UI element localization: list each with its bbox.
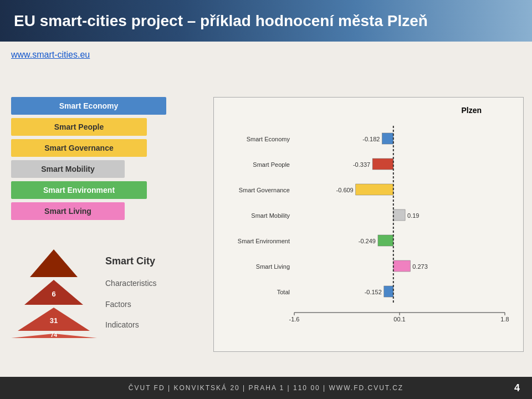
svg-text:74: 74	[50, 331, 58, 338]
chart-title: Plzen	[222, 106, 515, 115]
svg-text:Total: Total	[277, 289, 290, 295]
svg-text:-1.6: -1.6	[289, 316, 300, 323]
svg-rect-23	[393, 260, 411, 272]
cat-bar-economy: Smart Economy	[11, 97, 166, 115]
chart-area: Plzen Smart Economy-0.182Smart People-0.…	[213, 97, 524, 352]
svg-text:00.1: 00.1	[393, 316, 405, 323]
svg-rect-14	[356, 184, 393, 195]
svg-text:-0.337: -0.337	[353, 161, 370, 168]
pyramid-label-smartcity: Smart City	[105, 255, 157, 267]
main-content: www.smart-cities.eu Smart EconomySmart P…	[0, 42, 532, 377]
svg-rect-20	[378, 235, 393, 246]
pyramid-labels: Smart City Characteristics Factors Indic…	[105, 247, 157, 338]
bar-chart: Smart Economy-0.182Smart People-0.337Sma…	[222, 120, 516, 336]
svg-text:31: 31	[50, 316, 58, 325]
svg-text:-0.249: -0.249	[359, 238, 376, 244]
svg-marker-0	[30, 249, 78, 277]
cat-bar-people: Smart People	[11, 118, 147, 136]
pyramid-section: 6 31 74 Smart City Characteristics Facto…	[11, 247, 188, 338]
cat-bar-living: Smart Living	[11, 202, 125, 220]
url-link[interactable]: www.smart-cities.eu	[11, 50, 521, 60]
svg-text:-0.182: -0.182	[362, 136, 380, 142]
footer-text: ČVUT FD | KONVIKTSKÁ 20 | PRAHA 1 | 110 …	[129, 384, 403, 392]
pyramid-svg: 6 31 74	[11, 247, 97, 338]
pyramid-label-indicators: Indicators	[105, 320, 157, 329]
svg-text:Smart Environment: Smart Environment	[238, 238, 290, 244]
svg-text:6: 6	[52, 290, 55, 298]
category-bars: Smart EconomySmart PeopleSmart Governanc…	[11, 97, 177, 220]
svg-rect-17	[393, 209, 405, 221]
svg-text:Smart Governance: Smart Governance	[239, 187, 290, 193]
page-number: 4	[514, 382, 521, 394]
svg-rect-26	[384, 286, 393, 297]
svg-text:Smart Mobility: Smart Mobility	[251, 212, 290, 219]
svg-text:-0.152: -0.152	[365, 289, 382, 295]
svg-text:1.8: 1.8	[500, 316, 509, 323]
header: EU smart-cities project – příklad hodnoc…	[0, 0, 532, 42]
svg-text:Smart Economy: Smart Economy	[247, 136, 290, 142]
header-title: EU smart-cities project – příklad hodnoc…	[14, 12, 428, 30]
chart-svg-container: Smart Economy-0.182Smart People-0.337Sma…	[222, 120, 515, 339]
pyramid-label-characteristics: Characteristics	[105, 279, 157, 288]
cat-bar-governance: Smart Governance	[11, 139, 147, 157]
svg-text:0.19: 0.19	[407, 212, 419, 219]
svg-text:Smart Living: Smart Living	[256, 263, 290, 270]
cat-bar-environment: Smart Environment	[11, 181, 147, 199]
svg-text:Smart People: Smart People	[253, 161, 290, 168]
svg-rect-8	[382, 133, 393, 144]
slide-container: EU smart-cities project – příklad hodnoc…	[0, 0, 532, 399]
svg-text:-0.609: -0.609	[336, 187, 354, 193]
pyramid-label-factors: Factors	[105, 300, 157, 309]
cat-bar-mobility: Smart Mobility	[11, 160, 125, 178]
svg-rect-11	[372, 158, 393, 170]
svg-text:0.273: 0.273	[412, 263, 428, 270]
left-panel: Smart EconomySmart PeopleSmart Governanc…	[11, 97, 177, 223]
footer: ČVUT FD | KONVIKTSKÁ 20 | PRAHA 1 | 110 …	[0, 377, 532, 399]
